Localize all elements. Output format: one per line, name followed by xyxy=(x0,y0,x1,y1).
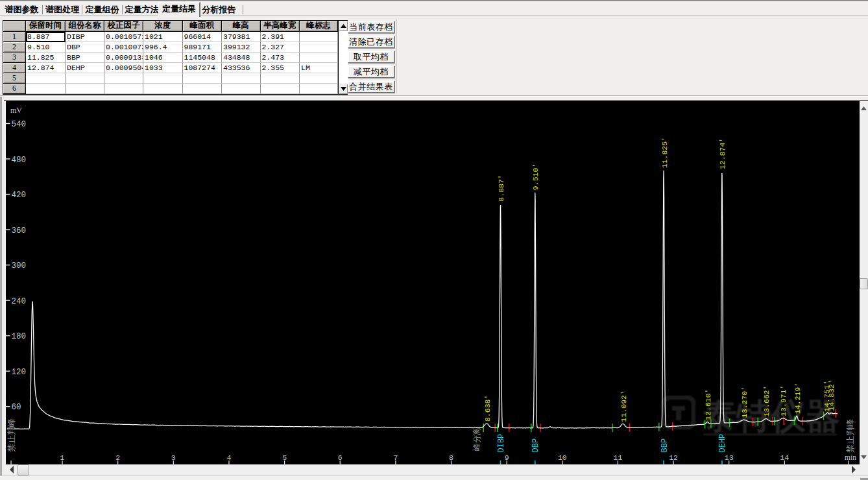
tab-3[interactable]: 定量组份 xyxy=(86,4,119,16)
table-cell[interactable]: 434848 xyxy=(222,53,261,63)
table-cell[interactable] xyxy=(26,73,66,84)
table-cell[interactable]: 0.000913382 xyxy=(104,53,143,63)
tabstrip-underline xyxy=(0,16,158,16)
table-cell[interactable]: DBP xyxy=(66,42,104,53)
table-cell[interactable] xyxy=(66,73,104,84)
table-cell[interactable] xyxy=(143,84,183,94)
table-cell[interactable] xyxy=(261,73,300,84)
table-cell[interactable]: 9.510 xyxy=(26,42,66,53)
table-scrollbar[interactable] xyxy=(338,21,348,94)
table-cell[interactable]: 1145048 xyxy=(183,53,223,63)
table-row: 29.510DBP0.001007341996.49891713991322.3… xyxy=(3,42,347,53)
action-button-4[interactable]: 减平均档 xyxy=(348,66,394,78)
scroll-down-icon[interactable] xyxy=(861,455,867,459)
tab-4[interactable]: 定量方法 xyxy=(125,4,159,16)
y-tick-label: 540 xyxy=(12,120,27,129)
table-cell[interactable] xyxy=(183,73,223,84)
action-button-5[interactable]: 合并结果表 xyxy=(348,80,394,93)
table-cell[interactable]: DIBP xyxy=(66,32,104,42)
tab-label: 分析报告 xyxy=(202,5,236,14)
button-label: 合并结果表 xyxy=(349,82,393,91)
table-cell[interactable]: 966014 xyxy=(183,32,223,42)
scroll-up-icon[interactable] xyxy=(861,106,867,110)
tabstrip-underline xyxy=(200,16,868,16)
table-cell[interactable]: 1021 xyxy=(143,32,183,42)
scroll-left-icon[interactable] xyxy=(10,466,14,474)
row-header[interactable]: 4 xyxy=(3,63,26,73)
table-cell[interactable]: 2.327 xyxy=(261,42,300,53)
plot-vertical-scrollbar[interactable] xyxy=(860,101,868,464)
table-cell[interactable]: LM xyxy=(300,63,338,73)
horizontal-scrollbar-thumb[interactable] xyxy=(18,464,29,475)
column-header-7[interactable]: 半高峰宽 xyxy=(261,21,300,32)
table-cell[interactable]: 1046 xyxy=(143,53,183,63)
table-cell[interactable]: 0.001007341 xyxy=(104,42,143,53)
x-tick-label: 11 xyxy=(614,453,623,462)
table-scroll-up-button[interactable] xyxy=(339,21,348,31)
table-cell[interactable] xyxy=(143,73,183,84)
row-header[interactable]: 5 xyxy=(3,73,26,84)
row-header[interactable]: 2 xyxy=(3,42,26,53)
no-peak-zone-left: 禁止判峰 xyxy=(6,418,16,452)
column-header-8[interactable]: 峰标志 xyxy=(300,21,338,32)
table-cell[interactable] xyxy=(300,53,338,63)
column-header-6[interactable]: 峰高 xyxy=(222,21,261,32)
table-cell[interactable] xyxy=(26,84,66,94)
row-header[interactable]: 3 xyxy=(3,53,26,63)
table-cell[interactable]: 0.000950493 xyxy=(104,63,143,73)
column-header-1[interactable]: 保留时间 xyxy=(26,21,66,32)
action-button-1[interactable]: 当前表存档 xyxy=(348,21,394,33)
scroll-right-icon[interactable] xyxy=(852,466,856,474)
table-header-row: 保留时间组份名称校正因子浓度峰面积峰高半高峰宽峰标志 xyxy=(3,21,347,32)
tab-separator xyxy=(243,5,243,14)
table-cell[interactable]: 433536 xyxy=(222,63,261,73)
table-cell[interactable]: 989171 xyxy=(183,42,223,53)
action-button-2[interactable]: 清除已存档 xyxy=(348,36,394,48)
table-cell[interactable] xyxy=(104,84,143,94)
peak-time-label: 11.092' xyxy=(620,390,628,422)
table-cell[interactable]: 2.473 xyxy=(261,53,300,63)
table-cell[interactable]: 2.355 xyxy=(261,63,300,73)
tab-5[interactable]: 定量结果 xyxy=(158,2,200,17)
plot-horizontal-scrollbar[interactable] xyxy=(6,464,860,475)
tab-1[interactable]: 谱图参数 xyxy=(5,4,39,16)
x-tick-label: 4 xyxy=(227,453,232,462)
tab-2[interactable]: 谱图处理 xyxy=(45,4,79,16)
x-tick-label: 1 xyxy=(60,453,65,462)
table-cell[interactable]: DEHP xyxy=(66,63,104,73)
table-row: 412.874DEHP0.000950493103310872744335362… xyxy=(3,63,347,73)
column-header-2[interactable]: 组份名称 xyxy=(66,21,104,32)
action-button-3[interactable]: 取平均档 xyxy=(348,51,394,63)
table-cell[interactable] xyxy=(222,73,261,84)
scrollbar-corner xyxy=(860,464,868,475)
column-header-4[interactable]: 浓度 xyxy=(143,21,183,32)
table-cell[interactable]: 2.391 xyxy=(261,32,300,42)
table-cell[interactable]: 12.874 xyxy=(26,63,66,73)
vertical-scrollbar-thumb[interactable] xyxy=(860,278,868,289)
table-cell[interactable] xyxy=(261,84,300,94)
table-cell[interactable] xyxy=(300,73,338,84)
row-header[interactable]: 1 xyxy=(3,32,26,42)
row-header[interactable]: 6 xyxy=(3,84,26,94)
table-cell[interactable]: 379381 xyxy=(222,32,261,42)
table-cell[interactable]: 11.825 xyxy=(26,53,66,63)
table-scroll-down-button[interactable] xyxy=(339,84,348,94)
table-cell[interactable] xyxy=(104,73,143,84)
table-cell[interactable]: 1087274 xyxy=(183,63,223,73)
table-cell[interactable] xyxy=(66,84,104,94)
chromatogram-trace xyxy=(7,171,838,429)
table-cell[interactable] xyxy=(222,84,261,94)
table-cell[interactable]: 399132 xyxy=(222,42,261,53)
table-cell[interactable]: 0.001057157 xyxy=(104,32,143,42)
table-cell[interactable]: BBP xyxy=(66,53,104,63)
table-cell[interactable]: 1033 xyxy=(143,63,183,73)
tab-6[interactable]: 分析报告 xyxy=(202,4,236,16)
column-header-3[interactable]: 校正因子 xyxy=(104,21,143,32)
table-cell[interactable] xyxy=(300,84,338,94)
table-cell[interactable] xyxy=(300,42,338,53)
table-cell[interactable] xyxy=(183,84,223,94)
table-cell[interactable]: 8.887 xyxy=(26,32,66,42)
table-cell[interactable] xyxy=(300,32,338,42)
column-header-5[interactable]: 峰面积 xyxy=(183,21,223,32)
table-cell[interactable]: 996.4 xyxy=(143,42,183,53)
